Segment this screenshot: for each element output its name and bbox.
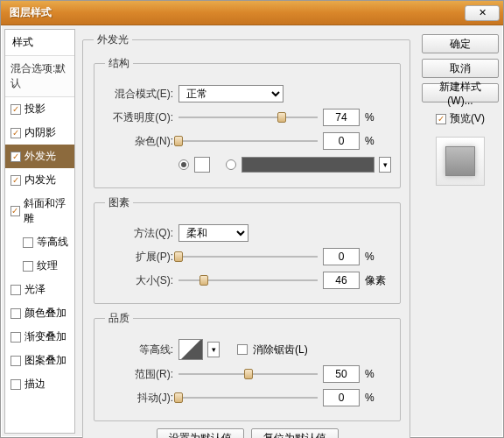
spread-label: 扩展(P):	[105, 250, 173, 265]
style-label: 内发光	[24, 173, 56, 187]
range-unit: %	[365, 368, 391, 380]
technique-label: 方法(Q):	[105, 226, 173, 241]
style-label: 内阴影	[24, 125, 56, 140]
preview-thumbnail	[436, 137, 485, 186]
size-input[interactable]	[323, 272, 360, 289]
style-checkbox[interactable]	[10, 379, 21, 390]
gradient-dropdown-icon[interactable]: ▾	[379, 157, 391, 173]
reset-default-button[interactable]: 复位为默认值	[251, 428, 339, 438]
window-title: 图层样式	[10, 5, 52, 20]
style-checkbox[interactable]	[10, 308, 21, 319]
preview-label: 预览(V)	[450, 111, 485, 126]
contour-dropdown-icon[interactable]: ▾	[207, 342, 220, 357]
elements-group: 图素 方法(Q): 柔和 扩展(P): % 大小(S):	[94, 195, 401, 304]
style-label: 图案叠加	[24, 353, 66, 368]
noise-label: 杂色(N):	[105, 134, 173, 149]
style-checkbox[interactable]	[10, 152, 21, 162]
style-label: 描边	[24, 377, 46, 392]
structure-legend: 结构	[105, 56, 133, 71]
elements-legend: 图素	[105, 195, 133, 210]
structure-group: 结构 混合模式(E): 正常 不透明度(O): % 杂色(N):	[94, 56, 401, 188]
noise-input[interactable]	[323, 132, 360, 150]
opacity-slider[interactable]	[178, 110, 318, 124]
jitter-unit: %	[365, 392, 391, 404]
blend-mode-select[interactable]: 正常	[178, 85, 284, 102]
cancel-button[interactable]: 取消	[422, 59, 499, 78]
spread-input[interactable]	[323, 248, 360, 265]
outer-glow-legend: 外发光	[94, 32, 132, 47]
style-item-1[interactable]: 内阴影	[5, 121, 74, 145]
size-label: 大小(S):	[105, 273, 173, 288]
style-label: 投影	[24, 102, 46, 117]
new-style-button[interactable]: 新建样式(W)...	[422, 83, 499, 102]
style-checkbox[interactable]	[10, 356, 21, 366]
style-item-7[interactable]: 光泽	[5, 278, 74, 301]
style-label: 等高线	[37, 235, 68, 250]
jitter-label: 抖动(J):	[105, 391, 173, 406]
preview-checkbox[interactable]	[436, 114, 446, 124]
style-item-5[interactable]: 等高线	[5, 230, 74, 254]
glow-color-swatch[interactable]	[194, 157, 210, 173]
style-item-2[interactable]: 外发光	[5, 145, 74, 168]
contour-swatch[interactable]	[178, 339, 203, 360]
range-slider[interactable]	[178, 367, 318, 381]
style-item-10[interactable]: 图案叠加	[5, 349, 74, 372]
gradient-radio[interactable]	[226, 159, 236, 170]
style-label: 光泽	[24, 282, 46, 297]
blend-mode-label: 混合模式(E):	[105, 87, 173, 102]
glow-gradient-swatch[interactable]	[242, 157, 374, 173]
size-unit: 像素	[365, 273, 391, 288]
style-item-9[interactable]: 渐变叠加	[5, 325, 74, 349]
style-item-3[interactable]: 内发光	[5, 168, 74, 192]
styles-header: 样式	[5, 30, 74, 56]
opacity-unit: %	[365, 111, 391, 124]
style-item-4[interactable]: 斜面和浮雕	[5, 192, 74, 230]
range-input[interactable]	[323, 365, 360, 383]
style-checkbox[interactable]	[10, 206, 20, 216]
style-label: 纹理	[37, 258, 58, 273]
antialias-checkbox[interactable]	[237, 344, 248, 355]
quality-legend: 品质	[105, 311, 133, 326]
style-checkbox[interactable]	[10, 128, 21, 138]
outer-glow-group: 外发光 结构 混合模式(E): 正常 不透明度(O): %	[82, 32, 410, 438]
spread-unit: %	[365, 251, 391, 263]
opacity-input[interactable]	[323, 109, 360, 126]
styles-panel: 样式 混合选项:默认 投影内阴影外发光内发光斜面和浮雕等高线纹理光泽颜色叠加渐变…	[4, 29, 75, 434]
close-button[interactable]: ✕	[465, 5, 500, 21]
style-item-0[interactable]: 投影	[5, 97, 74, 121]
right-sidebar: 确定 取消 新建样式(W)... 预览(V)	[421, 29, 500, 434]
set-default-button[interactable]: 设置为默认值	[157, 428, 244, 438]
style-label: 渐变叠加	[24, 329, 66, 344]
style-label: 斜面和浮雕	[24, 196, 69, 226]
technique-select[interactable]: 柔和	[178, 224, 248, 242]
style-item-6[interactable]: 纹理	[5, 254, 74, 278]
size-slider[interactable]	[178, 273, 318, 287]
quality-group: 品质 等高线: ▾ 消除锯齿(L) 范围(R): %	[94, 311, 401, 421]
noise-slider[interactable]	[178, 134, 318, 148]
style-item-8[interactable]: 颜色叠加	[5, 301, 74, 325]
ok-button[interactable]: 确定	[422, 34, 499, 53]
style-checkbox[interactable]	[10, 332, 21, 343]
spread-slider[interactable]	[178, 250, 318, 264]
jitter-slider[interactable]	[178, 391, 318, 405]
titlebar: 图层样式 ✕	[1, 1, 503, 25]
noise-unit: %	[365, 135, 391, 147]
style-checkbox[interactable]	[23, 237, 33, 248]
style-label: 外发光	[24, 149, 56, 164]
range-label: 范围(R):	[105, 367, 173, 382]
style-checkbox[interactable]	[23, 261, 33, 272]
antialias-label: 消除锯齿(L)	[253, 343, 308, 357]
contour-label: 等高线:	[105, 343, 173, 357]
blending-options-row[interactable]: 混合选项:默认	[5, 56, 74, 97]
style-checkbox[interactable]	[10, 285, 21, 295]
style-checkbox[interactable]	[10, 104, 21, 115]
jitter-input[interactable]	[323, 389, 360, 406]
style-item-11[interactable]: 描边	[5, 372, 74, 396]
opacity-label: 不透明度(O):	[105, 110, 173, 125]
style-checkbox[interactable]	[10, 175, 21, 186]
color-radio[interactable]	[178, 159, 189, 170]
style-label: 颜色叠加	[24, 306, 66, 321]
